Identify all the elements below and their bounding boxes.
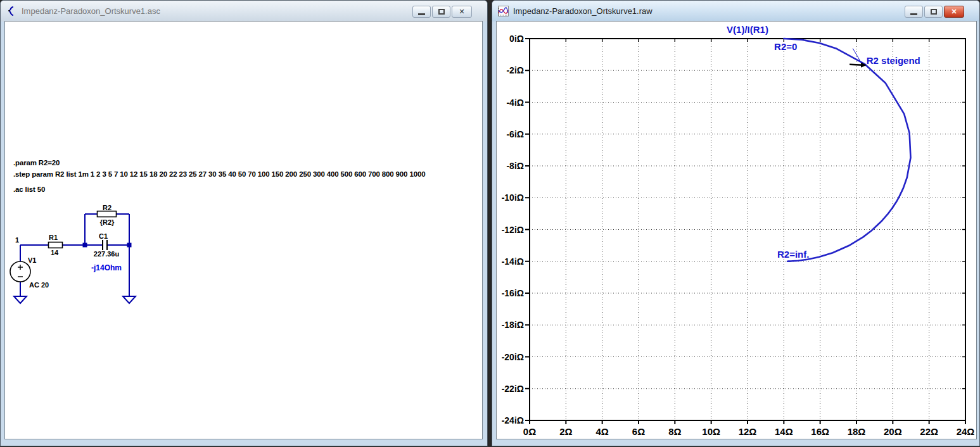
- maximize-button[interactable]: [924, 6, 943, 18]
- y-tick-label: -20iΩ: [502, 352, 524, 362]
- minimize-button[interactable]: [905, 6, 923, 18]
- maximize-icon: [931, 9, 937, 15]
- junction-dot: [83, 243, 87, 248]
- y-tick-label: -10iΩ: [502, 192, 524, 203]
- capacitor-c1-symbol[interactable]: [103, 240, 107, 250]
- x-tick-label: 24Ω: [957, 426, 975, 437]
- x-tick-label: 10Ω: [702, 426, 720, 437]
- x-tick-label: 8Ω: [668, 426, 681, 437]
- resistor-r2-symbol[interactable]: [98, 211, 117, 217]
- resistor-r1-symbol[interactable]: [49, 242, 63, 248]
- x-tick-label: 14Ω: [775, 426, 793, 437]
- x-tick-label: 22Ω: [920, 426, 938, 437]
- y-tick-label: -22iΩ: [502, 384, 524, 394]
- junction-dot: [127, 243, 132, 248]
- schematic-window: Impedanz-Paradoxon_Ortskurve1.asc ✕ .par…: [0, 0, 488, 446]
- ground-symbol[interactable]: [14, 296, 27, 303]
- y-tick-label: -24iΩ: [502, 415, 524, 425]
- close-icon: ✕: [459, 8, 464, 16]
- r1-name-label[interactable]: R1: [49, 234, 58, 241]
- maximize-button[interactable]: [432, 6, 450, 18]
- c1-name-label[interactable]: C1: [99, 232, 108, 240]
- node-label[interactable]: 1: [15, 236, 19, 244]
- ground-symbol[interactable]: [123, 296, 136, 303]
- minimize-icon: [418, 13, 425, 15]
- x-tick-label: 16Ω: [811, 426, 829, 437]
- window-title: Impedanz-Paradoxon_Ortskurve1.asc: [22, 6, 160, 16]
- x-tick-label: 20Ω: [884, 426, 902, 437]
- spice-directive-ac[interactable]: .ac list 50: [13, 186, 45, 193]
- window-title: Impedanz-Paradoxon_Ortskurve1.raw: [513, 6, 652, 16]
- close-icon: ✕: [951, 8, 957, 16]
- r2-name-label[interactable]: R2: [103, 204, 111, 211]
- y-tick-label: -8iΩ: [506, 161, 524, 171]
- impedance-curve[interactable]: [784, 39, 910, 261]
- plot-window: Impedanz-Paradoxon_Ortskurve1.raw ✕ 0Ω2Ω…: [492, 0, 980, 446]
- ltspice-schematic-icon[interactable]: [6, 6, 17, 16]
- annotation-leader-line: [853, 49, 862, 63]
- y-tick-label: -4iΩ: [506, 98, 524, 108]
- close-button[interactable]: ✕: [944, 6, 964, 18]
- minimize-button[interactable]: [412, 6, 431, 18]
- y-tick-label: -18iΩ: [502, 320, 524, 330]
- y-tick-label: -14iΩ: [502, 256, 524, 267]
- x-tick-label: 2Ω: [559, 426, 572, 437]
- c1-value-label[interactable]: 227.36u: [94, 250, 119, 258]
- x-tick-label: 18Ω: [848, 426, 866, 437]
- plot-svg[interactable]: 0Ω2Ω4Ω6Ω8Ω10Ω12Ω14Ω16Ω18Ω20Ω22Ω24Ω0iΩ-2i…: [497, 22, 976, 439]
- y-tick-label: -2iΩ: [506, 65, 524, 75]
- y-tick-label: -6iΩ: [506, 129, 524, 139]
- curve-annotation[interactable]: R2 steigend: [867, 55, 920, 66]
- x-tick-label: 12Ω: [739, 426, 757, 437]
- schematic-drawing[interactable]: 1 R1 14 V1 AC 20 R2 {R2} C1 227.36u -j14…: [5, 22, 482, 439]
- x-tick-label: 4Ω: [595, 426, 608, 437]
- curve-annotation[interactable]: R2=inf.: [777, 249, 809, 260]
- v1-name-label[interactable]: V1: [28, 256, 36, 264]
- minimize-icon: [910, 13, 917, 15]
- x-tick-label: 0Ω: [523, 426, 536, 437]
- v1-value-label[interactable]: AC 20: [29, 281, 49, 289]
- voltage-source-v1-symbol[interactable]: [10, 261, 30, 282]
- y-tick-label: -12iΩ: [502, 225, 524, 235]
- x-tick-label: 6Ω: [632, 426, 645, 437]
- r1-value-label[interactable]: 14: [51, 249, 59, 256]
- r2-value-label[interactable]: {R2}: [100, 218, 115, 226]
- curve-annotation[interactable]: R2=0: [774, 41, 797, 52]
- waveform-file-icon[interactable]: [498, 6, 509, 16]
- spice-directive-step[interactable]: .step param R2 list 1m 1 2 3 5 7 10 12 1…: [13, 170, 425, 178]
- spice-directive-param[interactable]: .param R2=20: [13, 159, 60, 167]
- plot-title: V(1)/I(R1): [727, 24, 768, 35]
- plot-window-titlebar[interactable]: Impedanz-Paradoxon_Ortskurve1.raw ✕: [492, 1, 979, 22]
- maximize-icon: [438, 9, 445, 15]
- impedance-note[interactable]: -j14Ohm: [91, 263, 122, 272]
- y-tick-label: 0iΩ: [509, 34, 524, 44]
- close-button[interactable]: ✕: [452, 6, 472, 18]
- plot-pane[interactable]: 0Ω2Ω4Ω6Ω8Ω10Ω12Ω14Ω16Ω18Ω20Ω22Ω24Ω0iΩ-2i…: [497, 22, 976, 439]
- annotation-arrow-line: [850, 65, 863, 65]
- schematic-window-titlebar[interactable]: Impedanz-Paradoxon_Ortskurve1.asc ✕: [1, 1, 487, 22]
- y-tick-label: -16iΩ: [502, 288, 524, 298]
- schematic-canvas[interactable]: .param R2=20 .step param R2 list 1m 1 2 …: [5, 22, 482, 439]
